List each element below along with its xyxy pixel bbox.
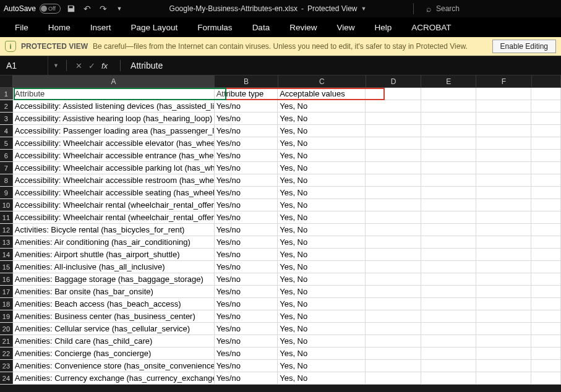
cell[interactable]: Yes, No <box>278 286 366 297</box>
row-header[interactable]: 8 <box>0 174 13 186</box>
cell[interactable] <box>531 137 561 149</box>
cell[interactable]: Yes/no <box>215 224 278 236</box>
cell[interactable]: Yes, No <box>278 273 366 285</box>
col-header-B[interactable]: B <box>215 75 278 87</box>
cell[interactable] <box>476 211 531 223</box>
cell[interactable]: Yes/no <box>215 113 278 124</box>
redo-icon[interactable]: ↷ <box>98 3 109 14</box>
cell[interactable]: Amenities: All-inclusive (has_all_inclus… <box>13 261 215 273</box>
cell[interactable] <box>366 323 421 334</box>
cell[interactable] <box>531 187 561 198</box>
undo-icon[interactable]: ↶ <box>82 3 93 14</box>
cell[interactable]: Yes, No <box>278 211 366 223</box>
cell[interactable] <box>531 125 561 137</box>
col-header-E[interactable]: E <box>421 75 476 87</box>
name-box[interactable]: A1 <box>0 56 48 75</box>
cell[interactable]: Yes, No <box>278 162 366 174</box>
cell[interactable]: Amenities: Airport shuttle (has_airport_… <box>13 249 215 260</box>
cell[interactable]: Amenities: Bar onsite (has_bar_onsite) <box>13 286 215 297</box>
cell[interactable]: Yes, No <box>278 298 366 310</box>
cell[interactable] <box>476 249 531 260</box>
row-header[interactable]: 14 <box>0 249 13 260</box>
row-header[interactable]: 1 <box>0 88 13 100</box>
row-header[interactable]: 16 <box>0 273 13 285</box>
cell[interactable] <box>476 100 531 112</box>
cell[interactable] <box>366 372 421 384</box>
row-header[interactable]: 5 <box>0 137 13 149</box>
cell[interactable] <box>531 150 561 161</box>
row-header[interactable]: 10 <box>0 199 13 211</box>
cell[interactable] <box>366 360 421 372</box>
cell[interactable]: Amenities: Concierge (has_concierge) <box>13 347 215 359</box>
cell[interactable] <box>531 273 561 285</box>
cell[interactable] <box>366 298 421 310</box>
cell[interactable]: Yes, No <box>278 310 366 322</box>
cell[interactable]: Yes, No <box>278 150 366 161</box>
col-header-A[interactable]: A <box>13 75 215 87</box>
cell[interactable] <box>421 310 476 322</box>
tab-home[interactable]: Home <box>38 17 80 37</box>
cell[interactable] <box>366 113 421 124</box>
cell[interactable] <box>366 187 421 198</box>
cell[interactable]: Yes/no <box>215 150 278 161</box>
cell[interactable]: Amenities: Baggage storage (has_baggage_… <box>13 273 215 285</box>
cell[interactable] <box>366 211 421 223</box>
cell[interactable]: Amenities: Cellular service (has_cellula… <box>13 323 215 334</box>
name-box-dropdown-icon[interactable]: ▼ <box>48 62 64 69</box>
cell[interactable] <box>531 310 561 322</box>
cell[interactable] <box>421 360 476 372</box>
cell[interactable]: Yes/no <box>215 162 278 174</box>
cell[interactable] <box>476 310 531 322</box>
cell[interactable] <box>531 261 561 273</box>
formula-input[interactable]: Attribute <box>123 61 561 70</box>
cell[interactable]: Accessibility: Assisted listening device… <box>13 100 215 112</box>
cell[interactable]: Yes, No <box>278 335 366 347</box>
cell[interactable]: Accessibility: Passenger loading area (h… <box>13 125 215 137</box>
cell[interactable]: Accessibility: Assistive hearing loop (h… <box>13 113 215 124</box>
row-header[interactable]: 13 <box>0 236 13 248</box>
tab-formulas[interactable]: Formulas <box>187 17 242 37</box>
cell[interactable]: Yes/no <box>215 323 278 334</box>
cell[interactable]: Yes/no <box>215 261 278 273</box>
qat-more-icon[interactable]: ▼ <box>114 3 125 14</box>
cell[interactable] <box>366 100 421 112</box>
cell[interactable] <box>531 323 561 334</box>
cell[interactable] <box>531 100 561 112</box>
cell[interactable] <box>531 372 561 384</box>
tab-review[interactable]: Review <box>280 17 327 37</box>
cell[interactable] <box>476 125 531 137</box>
tab-acrobat[interactable]: ACROBAT <box>401 17 461 37</box>
cell[interactable]: Amenities: Child care (has_child_care) <box>13 335 215 347</box>
cell[interactable] <box>476 335 531 347</box>
cell[interactable]: Yes, No <box>278 187 366 198</box>
row-header[interactable]: 22 <box>0 347 13 359</box>
col-header-F[interactable]: F <box>476 75 531 87</box>
tab-file[interactable]: File <box>5 17 38 37</box>
toggle-switch[interactable]: Off <box>40 4 61 14</box>
cell[interactable]: Yes/no <box>215 137 278 149</box>
row-header[interactable]: 18 <box>0 298 13 310</box>
cell[interactable] <box>531 236 561 248</box>
cell[interactable]: Accessibility: Wheelchair rental (wheelc… <box>13 199 215 211</box>
cell[interactable]: Yes, No <box>278 174 366 186</box>
cell[interactable] <box>421 347 476 359</box>
cell[interactable] <box>366 347 421 359</box>
cell[interactable]: Yes, No <box>278 323 366 334</box>
cell[interactable] <box>531 347 561 359</box>
cell[interactable] <box>531 286 561 297</box>
cell[interactable]: Yes, No <box>278 249 366 260</box>
cell[interactable] <box>421 162 476 174</box>
tab-help[interactable]: Help <box>364 17 401 37</box>
cell[interactable] <box>531 174 561 186</box>
col-header-C[interactable]: C <box>278 75 366 87</box>
cell[interactable] <box>476 199 531 211</box>
row-header[interactable]: 6 <box>0 150 13 161</box>
cell[interactable]: Yes/no <box>215 335 278 347</box>
cell[interactable] <box>421 174 476 186</box>
autosave-toggle[interactable]: AutoSave Off <box>4 4 61 14</box>
chevron-down-icon[interactable]: ▼ <box>361 6 367 12</box>
cell[interactable] <box>421 211 476 223</box>
row-header[interactable]: 3 <box>0 113 13 124</box>
cell[interactable] <box>476 298 531 310</box>
col-header-next[interactable] <box>532 75 561 87</box>
